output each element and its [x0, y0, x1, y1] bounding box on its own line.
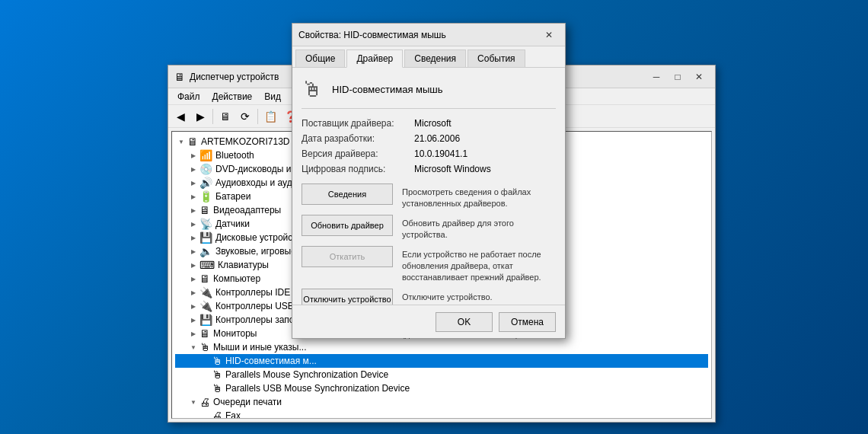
usb-label: Контроллеры USB [215, 301, 294, 311]
driver-details-desc: Просмотреть сведения о файлах установлен… [402, 183, 556, 210]
root-icon: 🖥 [187, 136, 198, 148]
driver-info-table: Поставщик драйвера: Microsoft Дата разра… [302, 118, 556, 174]
storage-icon: 💾 [199, 314, 212, 326]
driver-details-button[interactable]: Сведения [302, 183, 393, 205]
batteries-icon: 🔋 [199, 190, 212, 203]
toolbar-computer-button[interactable]: 🖥 [216, 107, 235, 126]
dm-menu-file[interactable]: Файл [171, 90, 206, 104]
tree-parallels-mouse[interactable]: 🖱 Parallels Mouse Synchronization Device [175, 368, 708, 381]
expand-disks[interactable]: ▶ [187, 231, 199, 244]
toolbar-separator-1 [212, 109, 213, 124]
toolbar-separator-2 [257, 109, 258, 124]
expand-mice[interactable]: ▼ [187, 341, 199, 353]
toolbar-props-button[interactable]: 📋 [261, 107, 279, 126]
dm-close-button[interactable]: ✕ [689, 69, 709, 85]
tab-general[interactable]: Общие [295, 49, 345, 67]
driver-rollback-button[interactable]: Откатить [302, 246, 393, 267]
expand-batteries[interactable]: ▶ [187, 190, 199, 203]
tree-parallels-usb-mouse[interactable]: 🖱 Parallels USB Mouse Synchronization De… [175, 381, 708, 395]
device-header: 🖱 HID-совместимая мышь [302, 77, 556, 109]
toolbar-refresh-button[interactable]: ⟳ [236, 107, 254, 126]
driver-update-desc: Обновить драйвер для этого устройства. [402, 215, 556, 241]
sensors-icon: 📡 [199, 218, 212, 230]
expand-fax [199, 410, 212, 419]
toolbar-forward-button[interactable]: ▶ [191, 107, 209, 126]
expand-monitors[interactable]: ▶ [187, 327, 199, 340]
props-title: Свойства: HID-совместимая мышь [298, 30, 539, 40]
parallels-usb-icon: 🖱 [212, 382, 222, 394]
device-main-icon: 🖱 [302, 77, 323, 102]
bluetooth-icon: 📶 [199, 149, 212, 161]
dvd-icon: 💿 [199, 163, 212, 175]
tree-print-queues[interactable]: ▼ 🖨 Очереди печати [175, 395, 708, 409]
disks-icon: 💾 [199, 231, 212, 244]
expand-keyboards[interactable]: ▶ [187, 259, 199, 271]
expand-computer[interactable]: ▶ [187, 273, 199, 285]
signature-value: Microsoft Windows [414, 164, 556, 174]
dm-menu-view[interactable]: Вид [258, 90, 287, 104]
props-close-button[interactable]: ✕ [539, 27, 559, 43]
expand-print-queues[interactable]: ▼ [187, 396, 199, 408]
monitors-label: Мониторы [213, 328, 257, 339]
dm-window-controls: ─ □ ✕ [646, 69, 709, 85]
video-label: Видеоадаптеры [213, 205, 281, 215]
tab-details[interactable]: Сведения [404, 49, 466, 67]
tab-events[interactable]: События [468, 49, 525, 67]
expand-sensors[interactable]: ▶ [187, 218, 199, 230]
provider-value: Microsoft [414, 118, 556, 129]
audio-icon: 🔊 [199, 177, 212, 189]
driver-row-rollback: Откатить Если устройство не работает пос… [302, 246, 556, 284]
expand-audio[interactable]: ▶ [187, 177, 199, 189]
driver-row-details: Сведения Просмотреть сведения о файлах у… [302, 183, 556, 210]
expand-bluetooth[interactable]: ▶ [187, 149, 199, 161]
parallels-mouse-icon: 🖱 [212, 369, 222, 381]
tree-hid-mouse[interactable]: 🖱 HID-совместимая м... [175, 354, 708, 368]
dm-menu-action[interactable]: Действие [206, 90, 259, 104]
driver-update-button[interactable]: Обновить драйвер [302, 215, 393, 236]
expand-parallels-mouse [199, 369, 212, 381]
ok-button[interactable]: OK [436, 312, 493, 332]
batteries-label: Батареи [215, 191, 251, 202]
expand-root[interactable]: ▼ [175, 136, 187, 148]
hid-icon: 🖱 [212, 355, 222, 367]
fax-label: Fax [225, 410, 241, 419]
hid-label: HID-совместимая м... [225, 356, 317, 366]
version-label: Версия драйвера: [302, 148, 408, 159]
video-icon: 🖥 [199, 204, 210, 216]
driver-disable-desc: Отключите устройство. [402, 289, 493, 303]
signature-label: Цифровая подпись: [302, 164, 408, 174]
tree-fax[interactable]: 🖨 Fax [175, 409, 708, 419]
props-win-controls: ✕ [539, 27, 559, 43]
expand-storage[interactable]: ▶ [187, 314, 199, 326]
expand-usb[interactable]: ▶ [187, 300, 199, 312]
expand-hid [199, 355, 212, 367]
version-value: 10.0.19041.1 [414, 148, 556, 159]
date-label: Дата разработки: [302, 133, 408, 144]
expand-sound[interactable]: ▶ [187, 245, 199, 257]
expand-ide[interactable]: ▶ [187, 286, 199, 298]
dm-maximize-button[interactable]: □ [668, 69, 688, 85]
sound-icon: 🔈 [199, 245, 212, 257]
props-body: 🖱 HID-совместимая мышь Поставщик драйвер… [292, 68, 565, 317]
props-titlebar: Свойства: HID-совместимая мышь ✕ [292, 24, 565, 46]
usb-icon: 🔌 [199, 300, 212, 312]
cancel-button[interactable]: Отмена [499, 312, 556, 332]
dm-title-icon: 🖥 [174, 71, 185, 83]
date-value: 21.06.2006 [414, 133, 556, 144]
props-tabs: Общие Драйвер Сведения События [292, 46, 565, 68]
mice-icon: 🖱 [199, 341, 210, 353]
driver-row-update: Обновить драйвер Обновить драйвер для эт… [302, 215, 556, 241]
expand-dvd[interactable]: ▶ [187, 163, 199, 175]
sensors-label: Датчики [215, 219, 250, 229]
computer-icon: 🖥 [199, 273, 210, 285]
device-name: HID-совместимая мышь [332, 84, 443, 95]
print-queues-icon: 🖨 [199, 396, 210, 408]
mice-label: Мыши и иные указы... [213, 342, 306, 353]
dm-minimize-button[interactable]: ─ [646, 69, 666, 85]
toolbar-back-button[interactable]: ◀ [171, 107, 190, 126]
keyboards-icon: ⌨ [199, 259, 215, 271]
tab-driver[interactable]: Драйвер [346, 49, 403, 68]
root-label: ARTEMKOZORI713D [201, 136, 289, 147]
expand-video[interactable]: ▶ [187, 204, 199, 216]
ide-icon: 🔌 [199, 286, 212, 298]
